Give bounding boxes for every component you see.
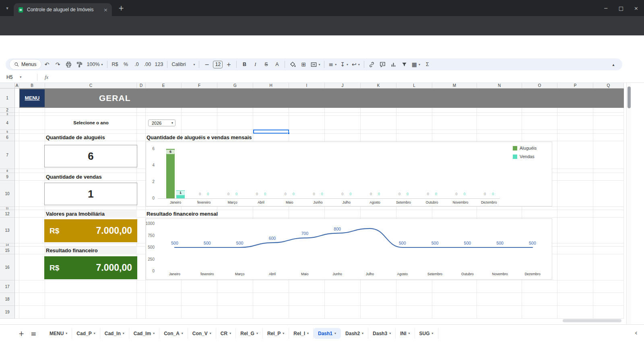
col-header-J[interactable]: J: [325, 83, 361, 89]
bold-button[interactable]: B: [239, 60, 249, 69]
tab-scroll-left-icon[interactable]: ‹: [635, 328, 638, 337]
sheet-tab-cad_im[interactable]: Cad_Im▾: [129, 328, 159, 339]
row-header-7[interactable]: 7: [0, 141, 15, 169]
redo-button[interactable]: ↷: [53, 60, 63, 69]
col-header-B[interactable]: B: [19, 83, 45, 89]
row-header-19[interactable]: 19: [0, 306, 15, 319]
horizontal-align-button[interactable]: ≡▾: [327, 60, 338, 69]
menu-link-cell[interactable]: MENU: [20, 89, 45, 107]
row-header-13[interactable]: 13: [0, 218, 15, 243]
borders-button[interactable]: ⊞: [299, 60, 308, 69]
sheet-tab-con_a[interactable]: Con_A▾: [159, 328, 188, 339]
select-all-corner[interactable]: [0, 83, 15, 89]
row-header-9[interactable]: 9: [0, 173, 15, 181]
row-header-15[interactable]: 15: [0, 247, 15, 254]
col-header-E[interactable]: E: [146, 83, 182, 89]
col-header-O[interactable]: O: [522, 83, 557, 89]
sheet-tab-rel_i[interactable]: Rel_I▾: [289, 328, 314, 339]
new-tab-button[interactable]: +: [117, 4, 126, 12]
sheet-tab-cad_in[interactable]: Cad_In▾: [100, 328, 129, 339]
row-header-11[interactable]: 11: [0, 207, 15, 210]
vertical-scrollbar[interactable]: [626, 83, 631, 324]
print-button[interactable]: [64, 60, 74, 69]
sheet-tab-menu[interactable]: MENU▾: [45, 328, 72, 339]
format-percent-button[interactable]: %: [121, 60, 131, 69]
undo-button[interactable]: ↶: [42, 60, 52, 69]
col-header-F[interactable]: F: [182, 83, 217, 89]
format-currency-button[interactable]: R$: [110, 60, 120, 69]
table-views-button[interactable]: ▦▾: [411, 60, 421, 69]
text-wrap-button[interactable]: ↩▾: [351, 60, 361, 69]
row-header-14[interactable]: 14: [0, 243, 15, 247]
menu-link-label[interactable]: MENU: [25, 95, 40, 101]
text-color-button[interactable]: A: [272, 60, 282, 69]
insert-chart-button[interactable]: [389, 60, 398, 69]
sheet-tab-dropdown-icon[interactable]: ▾: [389, 332, 391, 335]
row-header-2[interactable]: 2: [0, 108, 15, 113]
selected-cell-h5[interactable]: [253, 130, 289, 134]
zoom-select[interactable]: 100%▾: [86, 60, 104, 69]
col-header-H[interactable]: H: [253, 83, 289, 89]
sheet-tab-dropdown-icon[interactable]: ▾: [94, 332, 95, 335]
row-header-1[interactable]: 1: [0, 89, 15, 108]
insert-comment-button[interactable]: [378, 60, 388, 69]
horizontal-scrollbar-thumb[interactable]: [563, 319, 621, 322]
sheet-tab-dropdown-icon[interactable]: ▾: [123, 332, 124, 335]
window-minimize-button[interactable]: −: [604, 5, 608, 11]
sheet-tab-dropdown-icon[interactable]: ▾: [153, 332, 155, 335]
row-header-10[interactable]: 10: [0, 181, 15, 207]
col-header-K[interactable]: K: [361, 83, 396, 89]
sheet-tab-dash1[interactable]: Dash1▾: [314, 328, 341, 339]
row-header-4[interactable]: 4: [0, 116, 15, 130]
window-close-button[interactable]: ×: [634, 5, 638, 11]
sheet-tab-dropdown-icon[interactable]: ▾: [66, 332, 67, 335]
row-header-3[interactable]: 3: [0, 113, 15, 116]
merge-cells-button[interactable]: ▾: [310, 60, 321, 69]
sheet-tab-dropdown-icon[interactable]: ▾: [362, 332, 363, 335]
col-header-P[interactable]: P: [557, 83, 593, 89]
namebox-dropdown-icon[interactable]: ▾: [20, 75, 21, 79]
italic-button[interactable]: I: [250, 60, 260, 69]
row-header-16[interactable]: 16: [0, 254, 15, 280]
sheet-tab-dropdown-icon[interactable]: ▾: [210, 332, 211, 335]
sheet-tab-dropdown-icon[interactable]: ▾: [256, 332, 258, 335]
vertical-scrollbar-thumb[interactable]: [627, 87, 631, 108]
spreadsheet-grid[interactable]: ABCDEFGHIJKLMNOPQ12345678910111213141516…: [0, 83, 626, 324]
vertical-align-button[interactable]: ↧▾: [339, 60, 349, 69]
col-header-L[interactable]: L: [396, 83, 432, 89]
sheet-tab-rel_p[interactable]: Rel_P▾: [263, 328, 289, 339]
tab-search-icon[interactable]: ▾: [3, 4, 11, 12]
sheet-tab-dropdown-icon[interactable]: ▾: [334, 332, 336, 335]
col-header-C[interactable]: C: [45, 83, 137, 89]
sheet-tab-dash2[interactable]: Dash2▾: [341, 328, 368, 339]
all-sheets-button[interactable]: ≡: [27, 330, 39, 338]
sheet-tab-dash3[interactable]: Dash3▾: [368, 328, 396, 339]
font-size-input[interactable]: 12: [213, 61, 223, 68]
increase-font-size-button[interactable]: +: [224, 60, 233, 69]
collapse-toolbar-button[interactable]: ▴: [609, 60, 618, 69]
col-header-G[interactable]: G: [217, 83, 253, 89]
sheet-tab-dropdown-icon[interactable]: ▾: [307, 332, 309, 335]
add-sheet-button[interactable]: +: [15, 330, 27, 338]
col-header-Q[interactable]: Q: [593, 83, 624, 89]
sheet-tab-ini[interactable]: INI▾: [396, 328, 415, 339]
strikethrough-button[interactable]: S: [261, 60, 271, 69]
paint-format-button[interactable]: [75, 60, 85, 69]
sheet-tab-dropdown-icon[interactable]: ▾: [408, 332, 410, 335]
tab-close-icon[interactable]: ×: [103, 7, 108, 13]
row-header-6[interactable]: 6: [0, 134, 15, 141]
year-dropdown[interactable]: 2026 ▾: [148, 119, 175, 126]
menus-button[interactable]: Menus: [10, 60, 41, 69]
bar-chart-frame[interactable]: [146, 142, 552, 206]
decrease-font-size-button[interactable]: −: [202, 60, 212, 69]
sheet-tab-cr[interactable]: CR▾: [216, 328, 236, 339]
fill-handle[interactable]: [287, 132, 290, 134]
sheet-tab-rel_g[interactable]: Rel_G▾: [236, 328, 263, 339]
insert-link-button[interactable]: [367, 60, 377, 69]
row-header-5[interactable]: 5: [0, 130, 15, 134]
decrease-decimal-button[interactable]: .0: [132, 60, 142, 69]
increase-decimal-button[interactable]: .00: [143, 60, 153, 69]
more-formats-button[interactable]: 123: [154, 60, 165, 69]
row-header-8[interactable]: 8: [0, 169, 15, 173]
row-header-18[interactable]: 18: [0, 293, 15, 306]
